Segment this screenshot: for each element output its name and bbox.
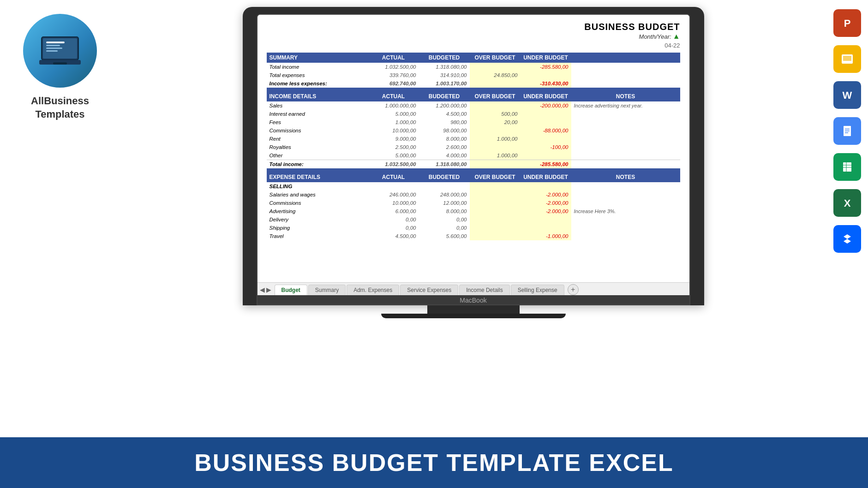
logo-circle [23,14,97,88]
income-row-6: Other 5.000,00 4.000,00 1.000,00 [267,151,680,160]
income-notes-header: NOTES [571,91,680,101]
tab-summary[interactable]: Summary [308,285,346,295]
summary-row-1-label: Total expenses [267,71,368,79]
macbook-screen: BUSINESS BUDGET Month/Year: ▲ 04-22 S [257,14,690,305]
tab-selling-expense[interactable]: Selling Expense [511,285,564,295]
summary-row-2-budgeted: 1.003.170,00 [419,79,470,88]
svg-rect-4 [46,48,62,49]
expense-under-header: UNDER BUDGET [521,172,571,182]
left-sidebar: AllBusiness Templates [0,0,120,437]
svg-rect-27 [839,231,856,247]
month-year-row: Month/Year: ▲ [584,32,680,41]
summary-row-2-actual: 692.740,00 [368,79,419,88]
summary-under-header: UNDER BUDGET [521,53,571,63]
google-docs-icon[interactable] [833,117,861,145]
dropbox-icon[interactable] [833,225,861,253]
tab-navigation-arrows[interactable]: ◀ ▶ [260,286,271,293]
google-sheets-icon[interactable] [833,153,861,181]
expense-over-header: OVER BUDGET [470,172,521,182]
summary-row-2-over [470,79,521,88]
summary-actual-header: ACTUAL [368,53,419,63]
expense-section-label: EXPENSE DETAILS [267,172,368,182]
expense-budgeted-header: BUDGETED [419,172,470,182]
svg-rect-7 [53,62,67,65]
summary-row-1-budgeted: 314.910,00 [419,71,470,79]
income-row-1: Interest earned 5.000,00 4.500,00 500,00 [267,110,680,118]
macbook-label: MacBook [257,295,689,305]
summary-row-1-actual: 339.760,00 [368,71,419,79]
tab-arrow-right[interactable]: ▶ [266,286,271,293]
macbook-frame: BUSINESS BUDGET Month/Year: ▲ 04-22 S [243,7,704,305]
income-over-header: OVER BUDGET [470,91,521,101]
center-area: BUSINESS BUDGET Month/Year: ▲ 04-22 S [120,0,826,437]
expense-row-1: Commissions 10.000,00 12.000,00 -2.000,0… [267,199,680,207]
tab-budget[interactable]: Budget [275,285,307,295]
svg-rect-21 [843,162,851,172]
tab-adm-expenses[interactable]: Adm. Expenses [347,285,399,295]
add-sheet-button[interactable]: + [568,284,579,295]
svg-rect-2 [46,42,65,43]
expense-row-3: Delivery 0,00 0,00 [267,215,680,224]
expense-header-row: EXPENSE DETAILS ACTUAL BUDGETED OVER BUD… [267,172,680,182]
summary-row-2-under: -310.430,00 [521,79,571,88]
income-actual-header: ACTUAL [368,91,419,101]
summary-row-0-budgeted: 1.318.080,00 [419,63,470,71]
bottom-banner-text: BUSINESS BUDGET TEMPLATE EXCEL [194,449,673,476]
expense-notes-header: NOTES [571,172,680,182]
separator-row-2 [267,168,680,172]
macbook-foot [381,314,566,318]
budget-title-block: BUSINESS BUDGET Month/Year: ▲ 04-22 [584,22,680,49]
expense-actual-header: ACTUAL [368,172,419,182]
income-header-row: INCOME DETAILS ACTUAL BUDGETED OVER BUDG… [267,91,680,101]
summary-row-1: Total expenses 339.760,00 314.910,00 24.… [267,71,680,79]
logo-laptop-icon [39,35,81,67]
tab-income-details[interactable]: Income Details [459,285,509,295]
income-row-3: Commissions 10.000,00 98.000,00 -88.000,… [267,126,680,135]
svg-rect-17 [845,129,850,130]
main-area: AllBusiness Templates BUSINESS BUDGET Mo… [0,0,868,437]
brand-name: AllBusiness Templates [31,95,89,121]
spreadsheet-content: BUSINESS BUDGET Month/Year: ▲ 04-22 S [257,15,689,282]
svg-rect-18 [845,131,850,131]
svg-rect-3 [46,45,60,46]
budget-date: 04-22 [584,42,680,49]
word-icon[interactable]: W [833,81,861,109]
income-row-0: Sales 1.000.000,00 1.200.000,00 -200.000… [267,101,680,110]
summary-row-0-over [470,63,521,71]
expense-row-2: Advertising 6.000,00 8.000,00 -2.000,00 … [267,207,680,215]
income-section-label: INCOME DETAILS [267,91,368,101]
summary-row-0-label: Total income [267,63,368,71]
summary-over-header: OVER BUDGET [470,53,521,63]
summary-row-1-over: 24.850,00 [470,71,521,79]
tab-arrow-left[interactable]: ◀ [260,286,265,293]
summary-row-0-under: -285.580,00 [521,63,571,71]
sheet-header: BUSINESS BUDGET Month/Year: ▲ 04-22 [267,22,680,49]
summary-header-row: SUMMARY ACTUAL BUDGETED OVER BUDGET UNDE… [267,53,680,63]
separator-row-1 [267,88,680,91]
summary-row-0: Total income 1.032.500,00 1.318.080,00 -… [267,63,680,71]
summary-row-2: Income less expenses: 692.740,00 1.003.1… [267,79,680,88]
income-row-4: Rent 9.000,00 8.000,00 1.000,00 [267,135,680,143]
expense-row-0: Salaries and wages 246.000,00 248.000,00… [267,190,680,199]
summary-row-0-actual: 1.032.500,00 [368,63,419,71]
svg-text:X: X [844,197,851,209]
green-arrow-icon: ▲ [673,32,680,41]
income-budgeted-header: BUDGETED [419,91,470,101]
right-sidebar: P W [826,0,868,437]
tab-service-expenses[interactable]: Service Expenses [400,285,458,295]
macbook-base: MacBook [257,295,689,304]
google-slides-icon[interactable] [833,45,861,73]
spreadsheet-table: SUMMARY ACTUAL BUDGETED OVER BUDGET UNDE… [267,53,680,240]
powerpoint-icon[interactable]: P [833,9,861,37]
sheet-tabs: ◀ ▶ Budget Summary Adm. Expenses Service… [257,282,689,295]
income-total-row: Total income: 1.032.500,00 1.318.080,00 … [267,160,680,169]
excel-icon[interactable]: X [833,189,861,217]
expense-row-4: Shipping 0,00 0,00 [267,224,680,232]
bottom-banner: BUSINESS BUDGET TEMPLATE EXCEL [0,437,868,488]
selling-label-row: SELLING [267,182,680,190]
income-under-header: UNDER BUDGET [521,91,571,101]
month-year-label: Month/Year: [639,33,671,40]
svg-rect-19 [845,132,848,133]
income-row-2: Fees 1.000,00 980,00 20,00 [267,118,680,126]
summary-budgeted-header: BUDGETED [419,53,470,63]
